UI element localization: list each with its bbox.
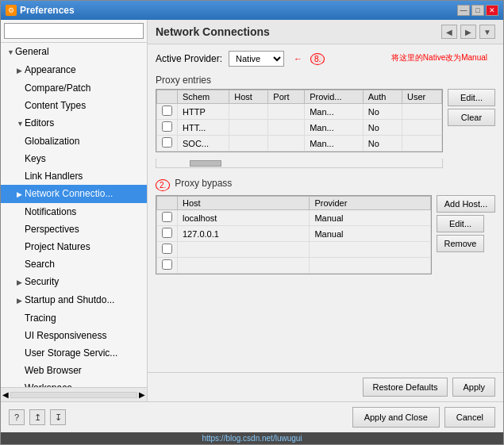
proxy-bypass-remove-button[interactable]: Remove [437,235,484,252]
proxy-bypass-table-container: HostProviderlocalhostManual127.0.0.1Manu… [156,195,432,274]
proxy-entries-col-user: User [402,90,441,104]
sidebar-item-web-browser[interactable]: Web Browser [1,362,147,379]
sidebar-item-notifications[interactable]: Notifications [1,203,147,221]
proxy-bypass-container: HostProviderlocalhostManual127.0.0.1Manu… [156,195,495,281]
proxy-entries-checkbox-0[interactable] [162,105,172,116]
proxy-entries-cell-1-5 [402,120,441,136]
proxy-entries-cell-2-1 [229,136,268,152]
proxy-entries-clear-button[interactable]: Clear [448,109,495,126]
proxy-bypass-cell-3-1 [310,258,431,274]
sidebar-right-arrow[interactable]: ▶ [139,390,145,399]
export-icon[interactable]: ↥ [29,409,45,425]
restore-defaults-button[interactable]: Restore Defaults [363,378,448,397]
apply-close-button[interactable]: Apply and Close [352,407,440,428]
proxy-entries-row-2: SOC...Man...No [157,136,442,152]
proxy-entries-container: SchemHostPortProvid...AuthUserHTTPMan...… [156,89,495,171]
help-icon[interactable]: ? [9,409,25,425]
proxy-bypass-checkbox-2[interactable] [162,244,172,254]
proxy-bypass-row-2 [157,242,431,258]
sidebar: ▼General▶Appearance Compare/Patch Conten… [1,20,148,401]
tree-label-compare-patch: Compare/Patch [25,82,90,94]
sidebar-item-globalization[interactable]: Globalization [1,132,147,150]
proxy-bypass-add-host-button[interactable]: Add Host... [437,195,495,213]
panel-title: Network Connections [156,25,270,38]
tree-label-security: Security [25,276,59,287]
annotation-arrow-1: ← [294,54,302,63]
sidebar-item-security[interactable]: ▶Security [1,273,147,291]
proxy-entries-cell-0-5 [402,104,441,120]
tree-label-web-browser: Web Browser [25,365,82,376]
nav-forward-button[interactable]: ▶ [460,25,476,39]
minimize-button[interactable]: — [457,5,470,16]
proxy-bypass-row-0: localhostManual [157,210,431,226]
tree-arrow-network-connections: ▶ [17,187,25,201]
sidebar-left-arrow[interactable]: ◀ [2,390,9,399]
proxy-bypass-cell-2-1 [310,242,431,258]
window-icon: ⚙ [6,5,17,16]
proxy-entries-edit-button[interactable]: Edit... [448,89,495,106]
proxy-entries-cell-1-1 [229,120,268,136]
proxy-bypass-checkbox-3[interactable] [162,259,172,270]
sidebar-item-startup-shutdown[interactable]: ▶Startup and Shutdo... [1,291,147,309]
maximize-button[interactable]: □ [471,5,484,16]
tree-label-appearance: Appearance [25,64,76,75]
panel-header: Network Connections ◀ ▶ ▼ [148,20,503,44]
tree-label-project-natures: Project Natures [25,241,90,252]
proxy-entries-col-port: Port [268,90,305,104]
tree-label-general: General [15,46,49,57]
sidebar-item-link-handlers[interactable]: Link Handlers [1,167,147,185]
cancel-button[interactable]: Cancel [444,407,495,428]
sidebar-item-content-types[interactable]: Content Types [1,97,147,114]
bottom-right-buttons: Apply and Close Cancel [352,407,495,428]
nav-dropdown-button[interactable]: ▼ [479,25,495,39]
sidebar-item-keys[interactable]: Keys [1,150,147,167]
proxy-entries-cell-0-3: Man... [305,104,364,120]
proxy-entries-checkbox-1[interactable] [162,121,172,132]
sidebar-item-workspace[interactable]: Workspace [1,379,147,387]
proxy-entries-hscroll-thumb[interactable] [190,160,221,167]
sidebar-item-appearance[interactable]: ▶Appearance [1,61,147,79]
panel-nav: ◀ ▶ ▼ [441,25,495,39]
proxy-bypass-checkbox-0[interactable] [162,212,172,222]
sidebar-item-general[interactable]: ▼General [1,43,147,61]
nav-back-button[interactable]: ◀ [441,25,457,39]
sidebar-search-input[interactable] [4,23,144,39]
proxy-entries-row-1: HTT...Man...No [157,120,442,136]
proxy-bypass-row-1: 127.0.0.1Manual [157,226,431,242]
proxy-bypass-edit-button[interactable]: Edit... [437,215,484,232]
proxy-bypass-header: Proxy bypass [175,178,232,189]
close-button[interactable]: ✕ [486,5,498,16]
active-provider-select[interactable]: DirectManualNative [229,51,284,67]
title-bar: ⚙ Preferences — □ ✕ [1,1,503,20]
sidebar-item-editors[interactable]: ▼Editors [1,114,147,132]
sidebar-item-user-storage[interactable]: User Storage Servic... [1,344,147,362]
proxy-entries-col-provid: Provid... [305,90,364,104]
sidebar-item-perspectives[interactable]: Perspectives [1,221,147,238]
proxy-entries-row-0: HTTPMan...No [157,104,442,120]
proxy-bypass-table-wrap: HostProviderlocalhostManual127.0.0.1Manu… [156,195,432,281]
proxy-entries-cell-2-5 [402,136,441,152]
apply-button[interactable]: Apply [452,378,495,397]
sidebar-item-network-connections[interactable]: ▶Network Connectio... [1,185,147,203]
proxy-bypass-cell-0-0: localhost [178,210,310,226]
sidebar-item-compare-patch[interactable]: Compare/Patch [1,79,147,97]
sidebar-item-project-natures[interactable]: Project Natures [1,238,147,255]
url-bar: https://blog.csdn.net/luwugui [1,432,503,444]
sidebar-item-tracing[interactable]: Tracing [1,309,147,327]
proxy-bypass-checkbox-1[interactable] [162,228,172,238]
panel-body: Active Provider: DirectManualNative ← 8.… [148,44,503,372]
sidebar-item-search[interactable]: Search [1,255,147,273]
sidebar-hscrollbar[interactable] [10,392,137,398]
import-icon[interactable]: ↧ [50,409,66,425]
proxy-entries-checkbox-2[interactable] [162,137,172,148]
window-title: Preferences [20,5,454,16]
proxy-entries-hscroll[interactable] [156,159,443,168]
sidebar-search-area [1,20,147,43]
main-content: ▼General▶Appearance Compare/Patch Conten… [1,20,503,401]
proxy-bypass-row-3 [157,258,431,274]
tree-label-globalization: Globalization [25,136,79,147]
tree-label-user-storage: User Storage Servic... [25,347,117,359]
tree-arrow-editors: ▼ [17,117,25,131]
sidebar-item-ui-responsiveness[interactable]: UI Responsiveness [1,327,147,344]
tree-label-network-connections: Network Connectio... [25,188,113,199]
